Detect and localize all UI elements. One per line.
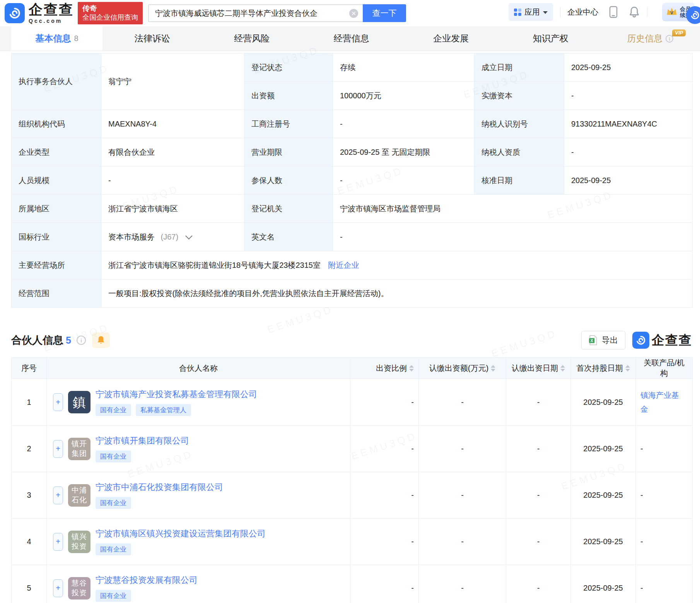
industry-value: 资本市场服务 (J67) [101,223,244,251]
insured-count-value: - [333,166,475,195]
expand-row-button[interactable]: + [53,440,63,458]
column-header-related-products: 关联产品/机构 [636,358,693,379]
tab-basic-info[interactable]: 基本信息 8 [11,26,102,51]
table-row: 主要经营场所 浙江省宁波市镇海区骆驼街道锦业街18号镇海大厦23楼2315室 附… [12,251,693,279]
partner-company-link[interactable]: 宁波慧谷投资发展有限公司 [96,574,198,586]
company-tag[interactable]: 国有企业 [96,497,131,509]
field-label: 组织机构代码 [12,110,101,138]
bell-icon [96,335,106,345]
sort-icon[interactable] [409,365,414,372]
company-tag[interactable]: 私募基金管理人 [136,404,191,416]
tab-label: 历史信息 [627,33,662,45]
tab-intellectual-property[interactable]: 知识产权 [501,26,601,51]
tab-operation-risk[interactable]: 经营风险 [202,26,302,51]
column-header-subscribed-date[interactable]: 认缴出资日期 [506,358,571,379]
qcc-logo-icon[interactable] [5,3,25,23]
amount-value: - [419,519,506,565]
field-label: 参保人数 [244,166,333,195]
field-label: 所属地区 [12,195,101,223]
row-index: 1 [12,379,47,426]
avatar: 慧谷投资 [68,577,90,600]
section-title: 合伙人信息 [11,333,63,347]
tab-history-info[interactable]: 历史信息 VIP i [601,26,700,51]
tab-enterprise-development[interactable]: 企业发展 [401,26,501,51]
export-label: 导出 [602,335,618,346]
sort-icon[interactable] [491,365,495,372]
partner-company-link[interactable]: 宁波市中浦石化投资集团有限公司 [96,481,223,493]
clear-search-icon[interactable]: ✕ [349,9,358,18]
hold-date-value: 2025-09-25 [571,426,636,472]
search-button[interactable]: 查一下 [363,4,406,22]
svg-text:X: X [591,339,593,343]
partner-row: 4 + 镇兴投资 宁波市镇海区镇兴投资建设运营集团有限公司 国有企业 - - -… [12,519,693,565]
apps-menu-button[interactable]: 应用 [509,3,553,21]
partner-company-link[interactable]: 宁波市镇开集团有限公司 [96,435,189,447]
approve-date-value: 2025-09-25 [564,166,693,195]
tab-legal-litigation[interactable]: 法律诉讼 [102,26,202,51]
field-label: 登记状态 [244,53,333,82]
sort-icon[interactable] [560,365,565,372]
partner-row: 1 + 鎮 宁波市镇海产业投资私募基金管理有限公司 国有企业 私募基金管理人 -… [12,379,693,426]
avatar: 镇兴投资 [68,531,90,553]
field-label: 登记机关 [244,195,333,223]
column-header-subscribed-amount[interactable]: 认缴出资额(万元) [419,358,506,379]
staff-size-value: - [101,166,244,195]
svg-text:V: V [670,10,673,15]
mobile-app-icon[interactable] [608,5,618,19]
field-label: 出资额 [244,82,333,110]
partners-table-header-row: 序号 合伙人名称 出资比例 认缴出资额(万元) 认缴出资日期 首次持股日期 关联… [12,358,693,379]
field-label: 核准日期 [475,166,564,195]
chevron-down-icon[interactable] [185,232,192,239]
column-header-index: 序号 [12,358,47,379]
subscribe-date-value: - [506,565,571,603]
divider [647,7,647,17]
expand-row-button[interactable]: + [53,533,63,551]
area-value: 浙江省宁波市镇海区 [101,195,244,223]
company-tag[interactable]: 国有企业 [96,590,131,602]
qcc-logo-icon [632,332,649,349]
subscribe-bell-button[interactable] [92,332,110,348]
field-label: 实缴资本 [475,82,564,110]
related-value: - [636,519,693,565]
company-tag[interactable]: 国有企业 [96,543,131,555]
tab-operation-info[interactable]: 经营信息 [302,26,401,51]
top-right-nav: 应用 企业中心 V [509,0,700,24]
search-input[interactable] [155,9,349,18]
qcc-logo-wordmark[interactable]: 企查查 Qcc.com [29,3,74,24]
avatar: 镇开集团 [68,438,90,460]
subscribe-date-value: - [506,379,571,426]
ratio-value: - [350,426,419,472]
partner-company-link[interactable]: 宁波市镇海产业投资私募基金管理有限公司 [96,389,257,400]
related-fund-link[interactable]: 镇海产业基金 [640,391,679,413]
partner-row: 3 + 中浦石化 宁波市中浦石化投资集团有限公司 国有企业 - - - 2025… [12,472,693,519]
column-header-ratio[interactable]: 出资比例 [350,358,419,379]
field-label: 营业期限 [244,138,333,166]
partners-section-header: 合伙人信息 5 i X 导出 [11,331,692,349]
enterprise-center-link[interactable]: 企业中心 [567,7,598,17]
export-button[interactable]: X 导出 [581,331,625,349]
expand-row-button[interactable]: + [53,487,63,504]
sort-icon[interactable] [625,365,630,372]
authority-value: 宁波市镇海区市场监督管理局 [333,195,693,223]
partner-row: 2 + 镇开集团 宁波市镇开集团有限公司 国有企业 - - - 2025-09-… [12,426,693,472]
company-tag[interactable]: 国有企业 [96,451,131,463]
field-label: 执行事务合伙人 [12,53,101,110]
excel-icon: X [589,335,598,345]
company-type-value: 有限合伙企业 [101,138,244,166]
related-value: - [636,426,693,472]
subscribe-date-value: - [506,426,571,472]
column-header-first-holding-date[interactable]: 首次持股日期 [571,358,636,379]
table-row: 国标行业 资本市场服务 (J67) 英文名 - [12,223,693,251]
basic-info-table: 执行事务合伙人 翁宁宁 登记状态 存续 成立日期 2025-09-25 出资额 … [11,53,693,308]
nearby-companies-link[interactable]: 附近企业 [328,261,359,269]
company-tag[interactable]: 国有企业 [96,404,131,416]
logo-text: 企查查 [29,3,74,17]
partner-company-link[interactable]: 宁波市镇海区镇兴投资建设运营集团有限公司 [96,528,266,540]
info-icon[interactable]: i [77,336,86,345]
notifications-bell-icon[interactable] [628,6,640,18]
qcc-company-page: EEMU3QD EEMU3QD EEMU3QD EEMU3QD EEMU3QD … [0,0,700,603]
qcc-logo-text: 企查查 [652,332,692,349]
expand-row-button[interactable]: + [53,393,63,411]
amount-value: - [419,472,506,519]
expand-row-button[interactable]: + [53,579,63,597]
